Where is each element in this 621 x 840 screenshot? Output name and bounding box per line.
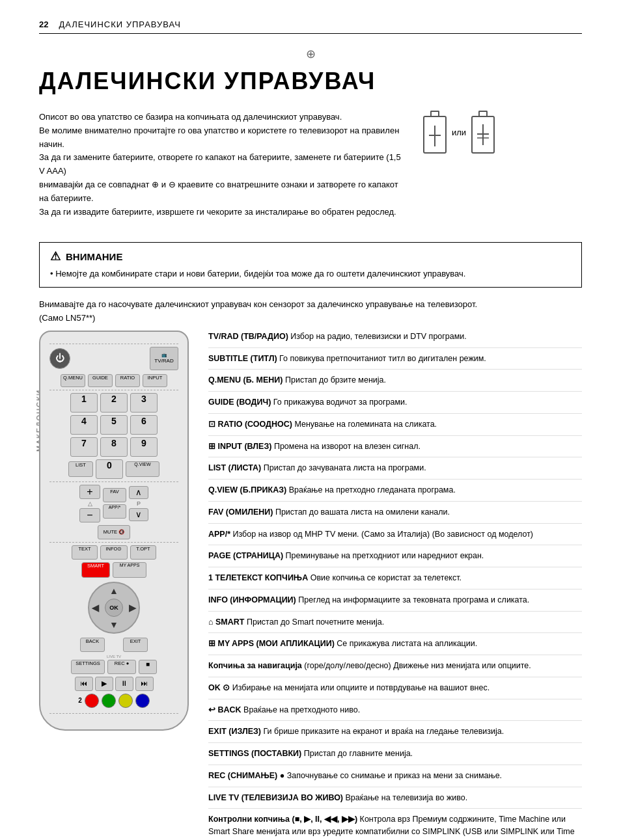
btn-4[interactable]: 4 bbox=[70, 415, 98, 435]
tv-rad-button[interactable]: 📺 TV/RAD bbox=[150, 347, 178, 370]
desc-info: INFO (ИНФОРМАЦИИ) Преглед на информациит… bbox=[208, 594, 582, 612]
desc-ok: OK ⊙ Избирање на менијата или опциите и … bbox=[208, 682, 582, 699]
warning-title-text: ВНИМАНИЕ bbox=[66, 251, 122, 262]
qview-button[interactable]: Q.VIEW bbox=[126, 461, 159, 477]
nav-left-button[interactable]: ◀ bbox=[92, 603, 99, 613]
num-row-1: 1 2 3 bbox=[49, 393, 178, 413]
model-note: (Само LN57**) bbox=[39, 313, 582, 323]
mute-button[interactable]: MUTE 🔇 bbox=[98, 525, 130, 539]
stop-button[interactable]: ■ bbox=[139, 660, 157, 674]
ch-up-button[interactable]: ∧ bbox=[129, 486, 148, 499]
qmenu-button[interactable]: Q.MENU bbox=[61, 374, 85, 387]
blue-button[interactable] bbox=[135, 694, 150, 708]
desc-subtitle-text: Го повикува претпочитаниот титл во дигит… bbox=[277, 354, 486, 363]
btn-6[interactable]: 6 bbox=[130, 415, 158, 435]
desc-guide: GUIDE (ВОДИЧ) Го прикажува водичот за пр… bbox=[208, 396, 582, 414]
btn-8[interactable]: 8 bbox=[100, 437, 128, 457]
ok-button[interactable]: OK bbox=[105, 599, 123, 617]
color-buttons-row: 2 bbox=[49, 694, 178, 708]
desc-input: ⊞ INPUT (ВЛЕЗ) Промена на изворот на вле… bbox=[208, 440, 582, 458]
warning-text: • Немојте да комбинирате стари и нови ба… bbox=[50, 267, 571, 280]
vol-fav-row: + △ − FAV APP/* ∧ P ∨ bbox=[49, 485, 178, 522]
livetv-label: LIVE TV bbox=[49, 655, 178, 658]
text-button[interactable]: TEXT bbox=[72, 545, 98, 560]
input-button[interactable]: INPUT bbox=[143, 374, 167, 387]
intro-line2: Ве молиме внимателно прочитајте го ова у… bbox=[39, 124, 404, 152]
desc-myapps: ⊞ MY APPS (МОИ АПЛИКАЦИИ) Се прикажува л… bbox=[208, 638, 582, 655]
btn-1[interactable]: 1 bbox=[70, 393, 98, 413]
red-button[interactable] bbox=[85, 694, 99, 708]
ffwd-button[interactable]: ⏭ bbox=[135, 677, 154, 691]
desc-exit-bold: EXIT (ИЗЛЕЗ) bbox=[208, 727, 261, 736]
warning-box: ⚠ ВНИМАНИЕ • Немојте да комбинирате стар… bbox=[39, 242, 582, 288]
desc-rec-bold: REC (СНИМАЊЕ) ● bbox=[208, 771, 284, 780]
btn-2[interactable]: 2 bbox=[100, 393, 128, 413]
desc-tv-rad: TV/RAD (ТВ/РАДИО) Избор на радио, телеви… bbox=[208, 331, 582, 348]
app-button[interactable]: APP/* bbox=[103, 504, 126, 519]
guide-button[interactable]: GUIDE bbox=[88, 374, 113, 387]
desc-info-bold: INFO (ИНФОРМАЦИИ) bbox=[208, 595, 296, 604]
desc-ratio: ⊡ RATIO (СООДНОС) Менување на големината… bbox=[208, 418, 582, 436]
desc-teletext-bold: 1 ТЕЛЕТЕКСТ КОПЧИЊА bbox=[208, 573, 308, 582]
crosshair-top: ⊕ bbox=[39, 47, 582, 61]
desc-smart-bold: ⌂ SMART bbox=[208, 617, 244, 627]
desc-qmenu-text: Пристап до брзите менија. bbox=[283, 375, 386, 385]
warning-title: ⚠ ВНИМАНИЕ bbox=[50, 249, 571, 264]
rew-button[interactable]: ⏮ bbox=[75, 677, 93, 691]
intro-line1: Описот во ова упатство се базира на копч… bbox=[39, 111, 404, 124]
vol-down-button[interactable]: − bbox=[79, 508, 100, 522]
desc-livetv-text: Враќање на телевизија во живо. bbox=[343, 793, 467, 802]
list-button[interactable]: LIST bbox=[68, 461, 93, 477]
ratio-button[interactable]: RATIO bbox=[115, 374, 140, 387]
battery-or: или bbox=[452, 128, 466, 137]
desc-smart: ⌂ SMART Пристап до Smart почетните мениј… bbox=[208, 616, 582, 634]
topt-button[interactable]: T.OPT bbox=[130, 545, 156, 560]
info-button[interactable]: INFO⊙ bbox=[100, 545, 128, 560]
desc-livetv-bold: LIVE TV (ТЕЛЕВИЗИЈА ВО ЖИВО) bbox=[208, 793, 343, 802]
desc-smart-text: Пристап до Smart почетните менија. bbox=[244, 617, 384, 627]
yellow-button[interactable] bbox=[118, 694, 133, 708]
desc-input-text: Промена на изворот на влезен сигнал. bbox=[271, 442, 421, 451]
vol-up-button[interactable]: + bbox=[79, 485, 100, 499]
desc-settings-bold: SETTINGS (ПОСТАВКИ) bbox=[208, 749, 301, 758]
desc-app-text: Избор на извор од МНР TV мени. (Само за … bbox=[230, 530, 533, 539]
nav-down-button[interactable]: ▼ bbox=[109, 619, 118, 630]
green-button[interactable] bbox=[102, 694, 116, 708]
nav-cluster: ▲ ▼ ◀ ▶ OK bbox=[85, 582, 143, 634]
desc-list-text: Пристап до зачуваната листа на програми. bbox=[261, 463, 426, 472]
page-header: 22 ДАЛЕЧИНСКИ УПРАВУВАЧ bbox=[39, 20, 582, 34]
desc-back-text: Враќање на претходното ниво. bbox=[242, 705, 361, 714]
main-title: ДАЛЕЧИНСКИ УПРАВУВАЧ bbox=[39, 68, 582, 95]
desc-exit: EXIT (ИЗЛЕЗ) Ги брише приказите на екран… bbox=[208, 725, 582, 743]
content-layout: ⏻ 📺 TV/RAD Q.MENU GUIDE RATIO INPUT 1 bbox=[39, 331, 582, 840]
smart-button[interactable]: SMART bbox=[81, 562, 110, 578]
myapps-button[interactable]: MY APPS bbox=[113, 562, 146, 578]
num-row-3: 7 8 9 bbox=[49, 437, 178, 457]
descriptions-panel: TV/RAD (ТВ/РАДИО) Избор на радио, телеви… bbox=[208, 331, 582, 840]
btn-7[interactable]: 7 bbox=[70, 437, 98, 457]
desc-list: LIST (ЛИСТА) Пристап до зачуваната листа… bbox=[208, 462, 582, 480]
warning-icon: ⚠ bbox=[50, 249, 61, 264]
nav-up-button[interactable]: ▲ bbox=[109, 586, 118, 596]
pause-button[interactable]: ⏸ bbox=[115, 677, 133, 691]
btn-0[interactable]: 0 bbox=[96, 459, 123, 479]
nav-right-button[interactable]: ▶ bbox=[129, 603, 136, 613]
back-button[interactable]: BACK bbox=[80, 638, 105, 652]
desc-qview-bold: Q.VIEW (Б.ПРИКАЗ) bbox=[208, 485, 286, 495]
power-button[interactable]: ⏻ bbox=[49, 348, 70, 369]
color-btn-num: 2 bbox=[78, 697, 82, 704]
desc-rec-text: Започнување со снимање и приказ на мени … bbox=[284, 771, 502, 780]
exit-button[interactable]: EXIT bbox=[123, 638, 148, 652]
settings-rec-row: SETTINGS REC ● ■ bbox=[49, 660, 178, 674]
intro-line4: внимавајќи да се совпаднат ⊕ и ⊖ краевит… bbox=[39, 178, 404, 206]
ch-down-button[interactable]: ∨ bbox=[129, 508, 148, 521]
btn-3[interactable]: 3 bbox=[130, 393, 158, 413]
btn-9[interactable]: 9 bbox=[130, 437, 158, 457]
play-button[interactable]: ▶ bbox=[95, 677, 113, 691]
settings-button[interactable]: SETTINGS bbox=[71, 660, 105, 674]
rec-button[interactable]: REC ● bbox=[107, 660, 136, 674]
fav-button[interactable]: FAV bbox=[103, 488, 126, 502]
desc-ok-bold: OK ⊙ bbox=[208, 683, 230, 692]
desc-nav-bold: Копчиња за навигација bbox=[208, 661, 302, 670]
btn-5[interactable]: 5 bbox=[100, 415, 128, 435]
